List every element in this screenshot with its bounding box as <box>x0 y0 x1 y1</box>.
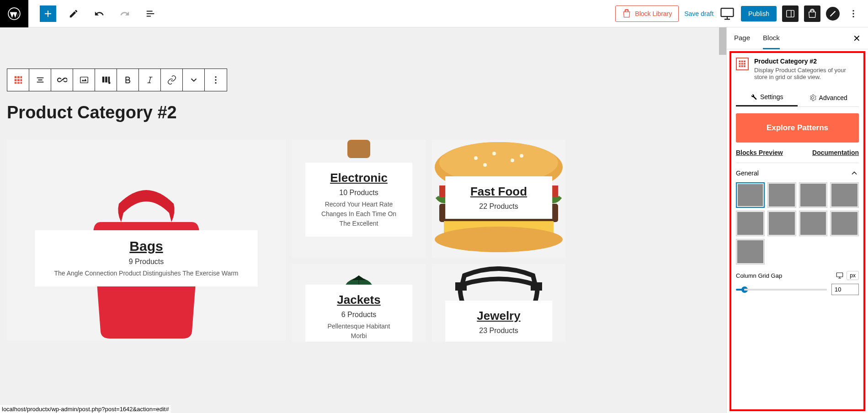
block-info-text: Product Category #2 Display Product Cate… <box>754 58 859 80</box>
grid-col-right: Fast Food 22 Products Jewelry 23 Product… <box>432 140 565 342</box>
slider-track[interactable] <box>736 289 827 291</box>
category-card-electronic[interactable]: Electronic 10 Products Record Your Heart… <box>292 140 426 258</box>
gap-input[interactable] <box>831 284 859 295</box>
general-section-header[interactable]: General <box>736 163 859 182</box>
blocks-preview-link[interactable]: Blocks Preview <box>736 149 783 156</box>
close-sidebar-button[interactable]: ✕ <box>853 33 861 44</box>
wordpress-logo[interactable] <box>0 0 28 27</box>
svg-rect-43 <box>531 282 542 291</box>
category-overlay-electronic: Electronic 10 Products Record Your Heart… <box>305 163 412 237</box>
layout-option-9[interactable] <box>736 239 765 265</box>
italic-button[interactable] <box>139 69 161 91</box>
editor-scrollbar[interactable] <box>719 27 726 413</box>
block-library-button[interactable]: Block Library <box>615 5 679 22</box>
category-title[interactable]: Fast Food <box>459 185 538 199</box>
link-loop-button[interactable] <box>51 69 73 91</box>
svg-rect-50 <box>739 65 741 67</box>
tab-advanced[interactable]: Advanced <box>798 89 859 106</box>
list-view-button[interactable] <box>142 5 159 22</box>
block-heading[interactable]: Product Category #2 <box>7 103 722 122</box>
edit-button[interactable] <box>65 5 82 22</box>
category-title[interactable]: Bags <box>48 238 244 254</box>
svg-rect-20 <box>108 77 110 83</box>
dots-vertical-icon <box>848 9 858 19</box>
yoast-button[interactable] <box>826 7 840 21</box>
preview-button[interactable] <box>719 5 735 22</box>
category-card-fastfood[interactable]: Fast Food 22 Products <box>432 140 565 258</box>
category-card-jewelry[interactable]: Jewelry 23 Products <box>432 264 565 342</box>
table-button[interactable] <box>95 69 117 91</box>
category-count: 22 Products <box>459 202 538 211</box>
scrollbar-thumb[interactable] <box>719 27 726 55</box>
settings-panel-toggle[interactable] <box>782 5 799 22</box>
bag-white-icon <box>807 9 817 19</box>
redo-button[interactable] <box>117 5 133 22</box>
layout-option-2[interactable] <box>767 182 796 208</box>
undo-button[interactable] <box>91 5 107 22</box>
category-count: 6 Products <box>319 311 399 319</box>
layout-option-6[interactable] <box>767 211 796 236</box>
layout-option-3[interactable] <box>799 182 828 208</box>
advanced-tab-label: Advanced <box>819 94 847 101</box>
block-toolbar <box>7 69 227 91</box>
layout-option-1[interactable] <box>736 182 765 208</box>
category-desc: The Angle Connection Product Distinguish… <box>48 269 244 278</box>
explore-patterns-button[interactable]: Explore Patterns <box>736 113 859 143</box>
layout-option-8[interactable] <box>830 211 859 236</box>
unit-badge[interactable]: px <box>847 271 859 280</box>
undo-icon <box>94 9 104 19</box>
link-icon <box>167 75 177 85</box>
options-button[interactable] <box>845 5 862 22</box>
bold-button[interactable] <box>117 69 139 91</box>
more-options-button[interactable] <box>205 69 227 91</box>
svg-point-22 <box>215 76 216 78</box>
column-gap-row: Column Grid Gap px <box>736 271 859 280</box>
save-draft-link[interactable]: Save draft <box>684 10 714 17</box>
block-type-button[interactable] <box>7 69 29 91</box>
svg-point-6 <box>852 13 854 14</box>
tab-block[interactable]: Block <box>763 27 780 49</box>
category-desc: Record Your Heart Rate Changes In Each T… <box>319 200 399 228</box>
layout-option-4[interactable] <box>830 182 859 208</box>
svg-rect-18 <box>102 77 104 83</box>
link-button[interactable] <box>161 69 183 91</box>
tab-settings[interactable]: Settings <box>736 89 798 106</box>
svg-rect-53 <box>837 273 843 277</box>
wrench-icon <box>750 93 757 101</box>
plus-icon <box>43 8 53 19</box>
svg-rect-10 <box>20 76 22 79</box>
category-title[interactable]: Jackets <box>319 293 399 307</box>
svg-rect-48 <box>741 63 743 65</box>
layout-grid <box>736 182 859 265</box>
category-title[interactable]: Jewelry <box>459 309 538 323</box>
slider-thumb[interactable] <box>741 286 748 293</box>
redo-icon <box>120 9 130 19</box>
more-format-button[interactable] <box>183 69 205 91</box>
settings-highlight: Product Category #2 Display Product Cate… <box>730 51 865 411</box>
align-button[interactable] <box>29 69 51 91</box>
layout-option-7[interactable] <box>799 211 828 236</box>
svg-point-37 <box>520 154 523 158</box>
category-card-jackets[interactable]: Jackets 6 Products Pellentesque Habitant… <box>292 264 426 342</box>
sidebar: Page Block ✕ Product Category #2 Display… <box>726 27 868 413</box>
desktop-icon[interactable] <box>836 271 844 280</box>
publish-button[interactable]: Publish <box>741 6 777 21</box>
sidebar-icon <box>785 9 795 19</box>
documentation-link[interactable]: Documentation <box>812 149 859 156</box>
chevron-up-icon <box>850 169 859 178</box>
category-card-bags[interactable]: Bags 9 Products The Angle Connection Pro… <box>7 140 286 341</box>
svg-rect-1 <box>721 8 734 16</box>
editor-canvas[interactable]: Product Category #2 Bags 9 Products The … <box>0 27 726 413</box>
svg-rect-51 <box>741 65 743 67</box>
image-button[interactable] <box>73 69 95 91</box>
tab-page[interactable]: Page <box>734 27 750 49</box>
productx-button[interactable] <box>804 5 820 22</box>
italic-icon <box>145 75 155 85</box>
settings-tabs: Settings Advanced <box>736 89 859 107</box>
product-grid: Bags 9 Products The Angle Connection Pro… <box>5 140 722 342</box>
category-title[interactable]: Electronic <box>319 171 399 185</box>
layout-option-5[interactable] <box>736 211 765 236</box>
svg-rect-42 <box>455 282 467 291</box>
add-block-button[interactable] <box>40 5 56 22</box>
block-icon <box>736 58 749 70</box>
